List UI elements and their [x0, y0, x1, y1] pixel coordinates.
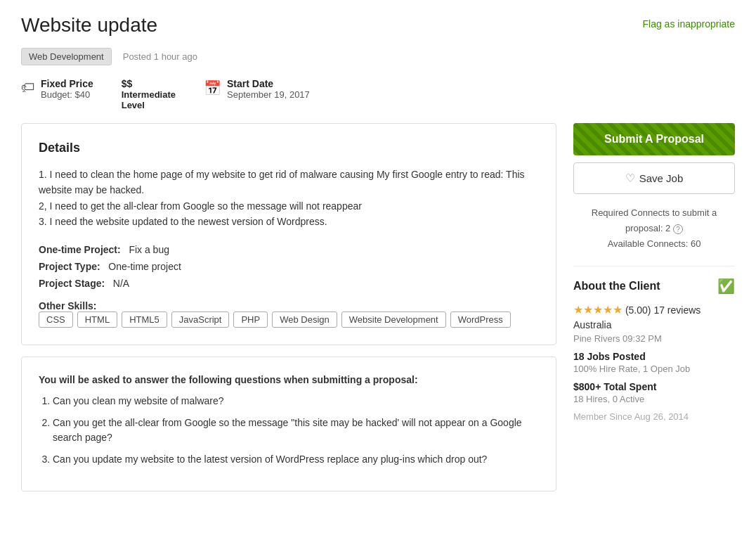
divider [573, 266, 735, 266]
heart-icon: ♡ [625, 172, 635, 185]
fixed-price-item: 🏷 Fixed Price Budget: $40 [21, 78, 93, 100]
skill-tag: Website Development [341, 311, 446, 328]
level-label: Intermediate [122, 89, 176, 100]
level-symbol: $$ [122, 78, 176, 89]
project-stage-row: Project Stage: N/A [39, 278, 539, 289]
member-since: Member Since Aug 26, 2014 [573, 411, 735, 422]
skill-tag: PHP [233, 311, 268, 328]
skill-tag: WordPress [450, 311, 511, 328]
save-job-button[interactable]: ♡ Save Job [573, 162, 735, 194]
skill-tag: HTML5 [122, 311, 167, 328]
submit-proposal-button[interactable]: Submit A Proposal [573, 123, 735, 155]
skill-tag: HTML [77, 311, 117, 328]
about-client-title: About the Client [573, 280, 660, 293]
question-item: Can you update my website to the latest … [53, 452, 539, 467]
rating-value: (5.00) [625, 304, 653, 316]
budget-label: Budget: $40 [41, 89, 93, 100]
start-date-value: September 19, 2017 [227, 89, 310, 100]
connects-required: Required Connects to submit a proposal: … [573, 205, 735, 236]
page-title: Website update [21, 14, 157, 37]
client-country: Australia [573, 319, 735, 330]
flag-link[interactable]: Flag as inappropriate [642, 18, 735, 30]
stars: ★★★★★ [573, 304, 623, 316]
questions-intro: You will be asked to answer the followin… [39, 374, 539, 385]
details-title: Details [39, 141, 539, 155]
tag-icon: 🏷 [21, 79, 35, 96]
project-type-row2: Project Type: One-time project [39, 261, 539, 272]
review-count: 17 reviews [653, 304, 700, 316]
about-client-section: About the Client ✅ ★★★★★ (5.00) 17 revie… [573, 278, 735, 422]
connects-available: Available Connects: 60 [573, 236, 735, 252]
hire-rate: 100% Hire Rate, 1 Open Job [573, 364, 735, 374]
question-item: Can you clean my website of malware? [53, 394, 539, 409]
connects-box: Required Connects to submit a proposal: … [573, 205, 735, 252]
total-spent-label: $800+ Total Spent [573, 381, 735, 392]
start-date-label: Start Date [227, 78, 310, 89]
jobs-posted-label: 18 Jobs Posted [573, 351, 735, 362]
start-date-item: 📅 Start Date September 19, 2017 [204, 78, 310, 100]
verified-icon: ✅ [717, 278, 735, 295]
question-item: Can you get the all-clear from Google so… [53, 416, 539, 445]
price-type-label: Fixed Price [41, 78, 93, 89]
calendar-icon: 📅 [204, 79, 221, 96]
rating-row: ★★★★★ (5.00) 17 reviews [573, 303, 735, 316]
description-text: 1. I need to clean the home page of my w… [39, 167, 539, 230]
questions-card: You will be asked to answer the followin… [21, 356, 556, 491]
hires: 18 Hires, 0 Active [573, 394, 735, 404]
skill-tag: CSS [39, 311, 73, 328]
skills-section: Other Skills: CSSHTMLHTML5JavaScriptPHPW… [39, 300, 539, 328]
skills-list: CSSHTMLHTML5JavaScriptPHPWeb DesignWebsi… [39, 311, 539, 328]
project-type-row: One-time Project: Fix a bug [39, 244, 539, 255]
details-card: Details 1. I need to clean the home page… [21, 123, 556, 345]
skills-label: Other Skills: [39, 300, 96, 311]
about-client-header: About the Client ✅ [573, 278, 735, 295]
level-sub: Level [122, 100, 176, 110]
questions-list: Can you clean my website of malware?Can … [39, 394, 539, 467]
skill-tag: Web Design [272, 311, 337, 328]
info-icon[interactable]: ? [673, 224, 683, 234]
category-badge: Web Development [21, 48, 112, 65]
posted-time: Posted 1 hour ago [123, 51, 197, 62]
client-location: Pine Rivers 09:32 PM [573, 333, 735, 344]
level-item: $$ Intermediate Level [122, 78, 176, 110]
skill-tag: JavaScript [171, 311, 230, 328]
